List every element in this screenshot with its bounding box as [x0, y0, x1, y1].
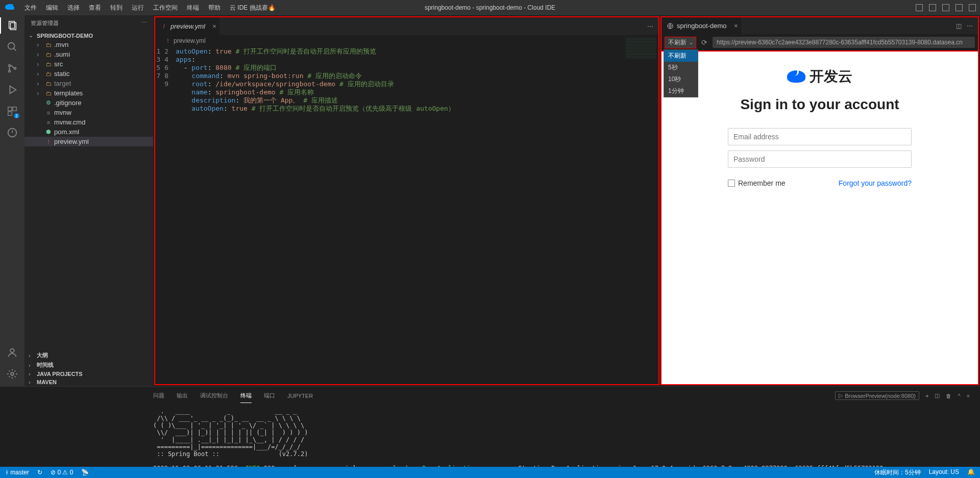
dropdown-item[interactable]: 5秒 [664, 62, 698, 73]
svg-rect-7 [13, 107, 16, 111]
dropdown-item[interactable]: 不刷新 [664, 50, 698, 62]
maximize-icon[interactable]: ^ [958, 393, 960, 399]
problems-indicator[interactable]: ⊘ 0 ⚠ 0 [51, 469, 73, 476]
close-icon[interactable]: × [734, 22, 738, 30]
svg-point-11 [11, 372, 14, 375]
search-icon[interactable] [6, 41, 18, 53]
sidebar-root[interactable]: ⌄SPRINGBOOT-DEMO [24, 31, 153, 40]
close-panel-icon[interactable]: × [967, 393, 970, 399]
preview-panel: springboot-demo× ◫⋯ 不刷新⌄ ⟳ https://previ… [660, 16, 979, 385]
layout-indicator[interactable]: Layout: US [929, 468, 959, 477]
remember-checkbox[interactable]: Remember me [728, 179, 786, 187]
debug-icon[interactable] [6, 84, 18, 96]
tree-item[interactable]: ›🗀static [24, 69, 153, 79]
panel-right-icon[interactable] [955, 4, 963, 11]
svg-point-5 [14, 67, 16, 69]
split-icon[interactable]: ◫ [956, 22, 962, 30]
tree-item[interactable]: ≡mvnw.cmd [24, 117, 153, 127]
bottom-panel: 问题输出调试控制台终端端口JUPYTER ▷BrowserPreview(nod… [0, 386, 980, 478]
layout-icon[interactable] [969, 4, 976, 11]
close-icon[interactable]: × [212, 22, 216, 30]
tree-item[interactable]: ›🗀.mvn [24, 40, 153, 49]
tree-item[interactable]: !preview.yml [24, 137, 153, 146]
menu-item[interactable]: 帮助 [204, 2, 225, 14]
split-terminal-icon[interactable]: ◫ [935, 392, 940, 399]
menu-item[interactable]: 云 IDE 挑战赛🔥 [226, 2, 280, 14]
reload-icon[interactable]: ⟳ [701, 38, 707, 46]
account-icon[interactable] [6, 346, 18, 359]
editor-tab[interactable]: !preview.yml× [155, 17, 219, 35]
forgot-link[interactable]: Forgot your password? [839, 179, 912, 187]
menu-item[interactable]: 工作空间 [149, 2, 182, 14]
bell-icon[interactable]: 🔔 [967, 468, 975, 477]
preview-content: 开发云 Sign in to your account Remember me … [660, 51, 979, 385]
title-actions [916, 4, 976, 11]
email-field[interactable] [728, 128, 912, 145]
power-icon[interactable] [6, 127, 18, 139]
statusbar: ᚼ master ↻ ⊘ 0 ⚠ 0 📡 休眠时间：5分钟 Layout: US… [0, 467, 980, 478]
scm-icon[interactable] [6, 62, 18, 74]
editor-group: !preview.yml× ⋯ !preview.yml 1 2 3 4 5 6… [153, 15, 660, 386]
terminal-select[interactable]: ▷BrowserPreview(node:8080) [835, 391, 919, 400]
more-icon[interactable]: ⋯ [967, 22, 973, 30]
explorer-icon[interactable] [6, 19, 18, 32]
sleep-indicator[interactable]: 休眠时间：5分钟 [874, 468, 921, 477]
dropdown-item[interactable]: 1分钟 [664, 85, 698, 97]
extensions-icon[interactable]: 2 [6, 105, 18, 117]
menu-item[interactable]: 运行 [128, 2, 148, 14]
url-bar[interactable]: https://preview-6360c7c2aee4323e8877280c… [713, 37, 975, 48]
panel-tab[interactable]: JUPYTER [287, 390, 313, 402]
sidebar-more-icon[interactable]: ⋯ [141, 19, 147, 27]
menu-item[interactable]: 文件 [20, 2, 41, 14]
dropdown-item[interactable]: 10秒 [664, 73, 698, 85]
panel-tab[interactable]: 问题 [153, 389, 164, 402]
menu-item[interactable]: 编辑 [42, 2, 62, 14]
sidebar-section[interactable]: ›MAVEN [24, 378, 153, 386]
sidebar-section[interactable]: ›JAVA PROJECTS [24, 370, 153, 378]
sidebar-section[interactable]: ›大纲 [24, 350, 153, 360]
ports-icon[interactable]: 📡 [81, 469, 89, 476]
brand: 开发云 [787, 67, 852, 86]
panel-bottom-icon[interactable] [942, 4, 949, 11]
tree-item[interactable]: ⚙.gitignore [24, 98, 153, 108]
svg-point-2 [8, 43, 15, 49]
sidebar-section[interactable]: ›时间线 [24, 360, 153, 370]
breadcrumb[interactable]: !preview.yml [155, 35, 658, 46]
tree-item[interactable]: ›🗀target [24, 79, 153, 88]
tree-item[interactable]: ⬢pom.xml [24, 127, 153, 137]
svg-point-4 [9, 70, 11, 72]
preview-tab[interactable]: springboot-demo× [662, 17, 741, 34]
minimap[interactable] [626, 38, 656, 58]
tree-item[interactable]: ›🗀templates [24, 88, 153, 98]
refresh-dropdown: 不刷新5秒10秒1分钟 [664, 49, 698, 97]
svg-point-3 [9, 65, 11, 67]
window-title: springboot-demo - springboot-demo - Clou… [425, 4, 555, 11]
svg-rect-6 [8, 107, 12, 111]
panel-tab[interactable]: 输出 [177, 389, 188, 402]
branch-indicator[interactable]: ᚼ master [5, 469, 29, 476]
menu-item[interactable]: 查看 [85, 2, 105, 14]
refresh-select[interactable]: 不刷新⌄ [665, 37, 696, 48]
sync-icon[interactable]: ↻ [37, 469, 42, 476]
editor-more-icon[interactable]: ⋯ [647, 23, 658, 30]
activity-bar: 2 [0, 15, 24, 386]
cloud-icon [787, 70, 805, 83]
menu-item[interactable]: 终端 [183, 2, 203, 14]
signin-title: Sign in to your account [740, 96, 899, 113]
panel-tab[interactable]: 调试控制台 [200, 389, 228, 402]
panel-left-icon[interactable] [929, 4, 936, 11]
tree-item[interactable]: ›🗀.sumi [24, 49, 153, 59]
menu-item[interactable]: 转到 [106, 2, 127, 14]
toggle-icon[interactable] [916, 4, 923, 11]
settings-icon[interactable] [6, 368, 18, 380]
tree-item[interactable]: ›🗀src [24, 59, 153, 69]
panel-tab[interactable]: 终端 [240, 389, 252, 403]
password-field[interactable] [728, 150, 912, 168]
svg-rect-8 [8, 112, 12, 115]
add-terminal-icon[interactable]: + [925, 393, 928, 399]
menu-item[interactable]: 选择 [63, 2, 84, 14]
editor-tabbar: !preview.yml× ⋯ [155, 17, 658, 35]
tree-item[interactable]: ≡mvnw [24, 108, 153, 117]
trash-icon[interactable]: 🗑 [946, 393, 951, 399]
panel-tab[interactable]: 端口 [264, 389, 275, 402]
